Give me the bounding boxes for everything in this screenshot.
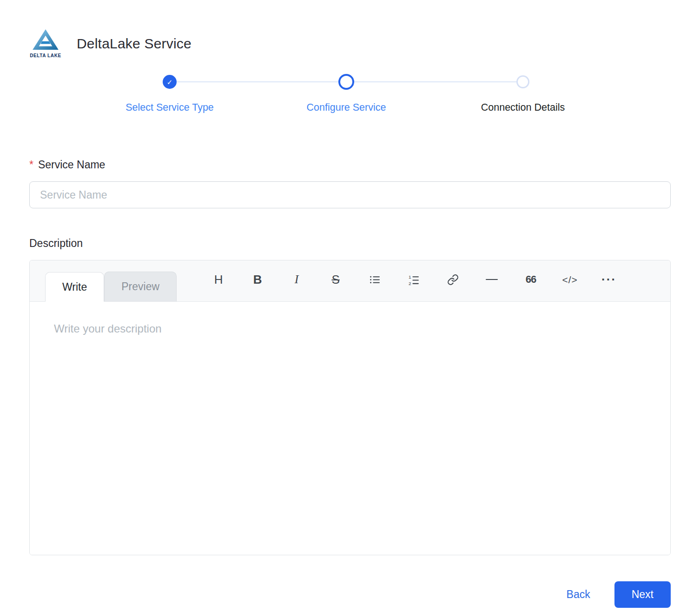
step-label: Connection Details (481, 102, 565, 113)
header: DELTA LAKE DeltaLake Service (29, 29, 671, 58)
editor-body (30, 302, 670, 555)
description-editor: Write Preview HBIS1266</>··· (29, 260, 671, 555)
logo-text: DELTA LAKE (30, 53, 61, 58)
description-label: Description (29, 237, 671, 250)
ordered-list-icon[interactable]: 12 (403, 268, 425, 291)
step-label: Select Service Type (125, 102, 214, 113)
step-circle-pending (516, 75, 529, 88)
step-configure-service[interactable]: Configure Service (258, 74, 435, 113)
strikethrough-icon[interactable]: S (324, 268, 347, 291)
back-button[interactable]: Back (567, 588, 590, 601)
step-label: Configure Service (307, 102, 386, 113)
italic-icon[interactable]: I (285, 268, 308, 291)
footer: Back Next (29, 581, 671, 608)
page-title: DeltaLake Service (77, 36, 192, 52)
more-icon[interactable]: ··· (598, 268, 620, 291)
quote-icon[interactable]: 66 (520, 268, 542, 291)
service-name-input[interactable] (29, 181, 671, 208)
svg-text:1: 1 (409, 274, 411, 279)
delta-lake-icon (32, 29, 59, 52)
bold-icon[interactable]: B (246, 268, 269, 291)
step-circle-active (338, 74, 354, 90)
tab-preview[interactable]: Preview (104, 272, 177, 301)
heading-icon[interactable]: H (207, 268, 230, 291)
check-icon: ✓ (167, 79, 173, 86)
toolbar-icons: HBIS1266</>··· (207, 260, 620, 301)
svg-text:2: 2 (409, 280, 411, 285)
horizontal-rule-icon[interactable] (481, 268, 503, 291)
editor-toolbar: Write Preview HBIS1266</>··· (30, 260, 670, 302)
service-name-label: *Service Name (29, 159, 671, 171)
required-marker: * (29, 159, 33, 171)
service-name-label-text: Service Name (38, 159, 105, 171)
step-connection-details[interactable]: Connection Details (435, 74, 611, 113)
tab-write[interactable]: Write (45, 272, 104, 302)
description-textarea[interactable] (30, 302, 670, 555)
step-select-service-type[interactable]: ✓ Select Service Type (81, 74, 258, 113)
unordered-list-icon[interactable] (363, 268, 386, 291)
step-circle-completed: ✓ (163, 75, 177, 89)
deltalake-logo: DELTA LAKE (29, 29, 62, 58)
editor-tabs: Write Preview (45, 260, 177, 301)
link-icon[interactable] (442, 268, 464, 291)
next-button[interactable]: Next (614, 581, 671, 608)
stepper: ✓ Select Service Type Configure Service … (29, 74, 671, 130)
code-icon[interactable]: </> (559, 268, 581, 291)
